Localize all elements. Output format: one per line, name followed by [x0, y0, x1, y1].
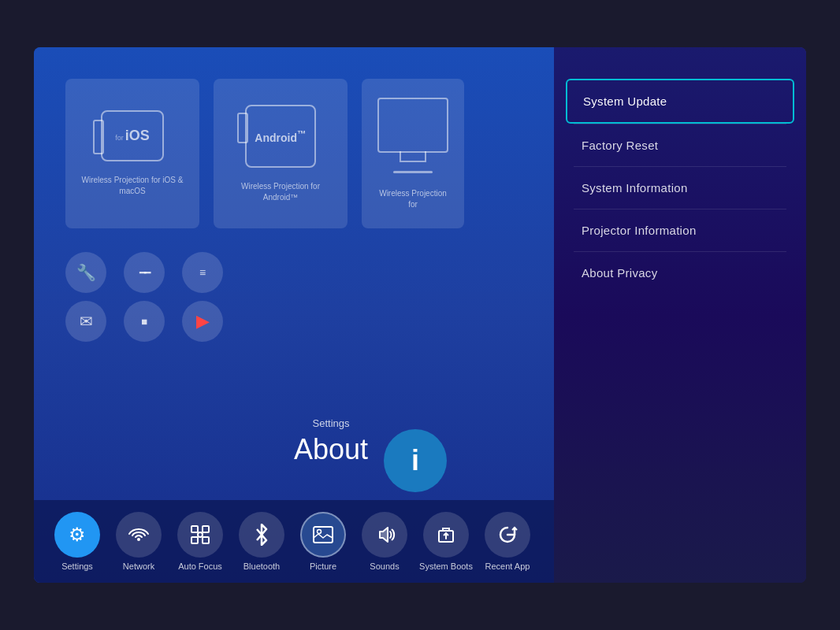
ios-phone-outline: for iOS [101, 110, 164, 161]
svg-rect-2 [203, 526, 209, 532]
ios-card-label: Wireless Projection for iOS & macOS [77, 175, 188, 197]
app-icon-youtube[interactable]: ▶ [182, 301, 223, 342]
nav-icon-system-boots [423, 512, 469, 558]
nav-item-picture[interactable]: Picture [295, 512, 351, 571]
app-icon-bar[interactable]: ━━ [124, 252, 165, 293]
app-row-2: ✉ ▪ ▶ [65, 301, 522, 342]
nav-icon-settings: ⚙ [54, 512, 100, 558]
ios-card-icon: for iOS [101, 110, 164, 161]
android-device-outline: Android™ [245, 105, 316, 168]
nav-item-sounds[interactable]: Sounds [357, 512, 412, 571]
ios-text: iOS [125, 128, 150, 144]
android-card-label: Wireless Projection for Android™ [225, 181, 336, 203]
app-icon-settings[interactable]: 🔧 [65, 252, 106, 293]
menu-item-projector-information[interactable]: Projector Information [566, 209, 794, 251]
tv-screen: for iOS Wireless Projection for iOS & ma… [34, 47, 806, 583]
about-title: About [294, 433, 368, 466]
nav-item-system-boots[interactable]: System Boots [418, 512, 474, 571]
android-card[interactable]: Android™ Wireless Projection for Android… [214, 79, 348, 228]
nav-item-network[interactable]: Network [111, 512, 166, 571]
app-icon-square[interactable]: ▪ [124, 301, 165, 342]
svg-point-0 [137, 538, 140, 541]
right-panel: System Update Factory Reset System Infor… [554, 47, 806, 583]
bottom-nav: ⚙ Settings Network [34, 500, 554, 583]
settings-overlay: Settings About i [294, 417, 447, 492]
nav-label-bluetooth: Bluetooth [243, 561, 280, 571]
projection-cards: for iOS Wireless Projection for iOS & ma… [34, 47, 554, 244]
svg-point-7 [318, 530, 322, 534]
settings-label: Settings [294, 417, 368, 429]
monitor-card-icon [377, 98, 448, 175]
nav-label-network: Network [123, 561, 154, 571]
menu-item-factory-reset[interactable]: Factory Reset [566, 124, 794, 166]
left-panel: for iOS Wireless Projection for iOS & ma… [34, 47, 554, 583]
nav-icon-network [116, 512, 162, 558]
nav-label-autofocus: Auto Focus [178, 561, 222, 571]
svg-rect-6 [314, 527, 333, 543]
app-icon-list[interactable]: ≡ [182, 252, 223, 293]
settings-about: Settings About [294, 417, 368, 466]
menu-item-system-update[interactable]: System Update [566, 79, 794, 124]
nav-icon-recent-app [485, 512, 530, 558]
app-grid: 🔧 ━━ ≡ ✉ ▪ ▶ [34, 244, 554, 350]
android-card-icon: Android™ [245, 105, 316, 168]
nav-label-system-boots: System Boots [419, 561, 473, 571]
nav-icon-sounds [362, 512, 407, 558]
monitor-stand [393, 171, 433, 173]
android-text: Android™ [255, 128, 306, 144]
monitor-card[interactable]: Wireless Projection for [362, 79, 464, 228]
monitor-card-label: Wireless Projection for [374, 188, 452, 210]
nav-icon-autofocus [177, 512, 223, 558]
nav-label-picture: Picture [310, 561, 336, 571]
svg-rect-3 [191, 537, 198, 543]
info-icon[interactable]: i [384, 429, 447, 492]
menu-item-system-information[interactable]: System Information [566, 167, 794, 209]
app-icon-mail[interactable]: ✉ [65, 301, 106, 342]
nav-label-recent-app: Recent App [485, 561, 530, 571]
nav-item-bluetooth[interactable]: Bluetooth [234, 512, 289, 571]
nav-item-autofocus[interactable]: Auto Focus [173, 512, 228, 571]
app-row-1: 🔧 ━━ ≡ [65, 252, 522, 293]
nav-icon-picture [300, 512, 346, 558]
menu-item-about-privacy[interactable]: About Privacy [566, 252, 794, 294]
svg-rect-4 [203, 537, 209, 543]
ios-for-text: for [115, 134, 124, 142]
nav-label-settings: Settings [61, 561, 93, 571]
svg-rect-1 [191, 526, 198, 532]
svg-point-5 [198, 532, 203, 537]
nav-label-sounds: Sounds [370, 561, 399, 571]
nav-icon-bluetooth [239, 512, 284, 558]
monitor-outline [377, 98, 448, 153]
nav-item-settings[interactable]: ⚙ Settings [50, 512, 105, 571]
ios-card[interactable]: for iOS Wireless Projection for iOS & ma… [65, 79, 199, 228]
nav-item-recent-app[interactable]: Recent App [480, 512, 535, 571]
